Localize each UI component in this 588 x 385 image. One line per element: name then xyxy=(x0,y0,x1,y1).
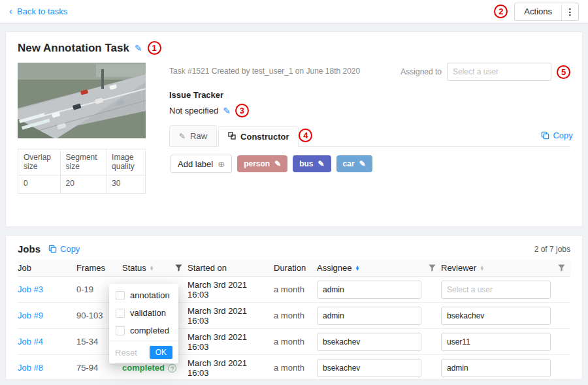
assignee-input[interactable] xyxy=(317,307,421,325)
assignee-input[interactable] xyxy=(317,333,421,351)
reviewer-input[interactable] xyxy=(441,281,551,299)
filter-option-label: annotation xyxy=(130,290,170,300)
sort-icon: ▲▼ xyxy=(480,266,484,271)
jobs-header: Jobs Copy 2 of 7 jobs xyxy=(18,243,570,254)
job-link[interactable]: Job #3 xyxy=(18,285,43,294)
filter-reset-button[interactable]: Reset xyxy=(115,348,137,358)
column-assignee: Assignee ▲▼ xyxy=(317,260,441,277)
label-chip-person[interactable]: person ✎ xyxy=(237,155,287,172)
column-status-label: Status xyxy=(122,263,146,273)
task-title-row: New Annotation Task ✎ 1 xyxy=(18,41,570,55)
constructor-tab-content: Add label ⊕ person ✎ bus ✎ car ✎ xyxy=(169,147,570,215)
param-value-quality: 30 xyxy=(106,176,146,194)
started-cell: March 3rd 2021 16:03 xyxy=(188,355,274,381)
edit-label-car-icon[interactable]: ✎ xyxy=(359,159,366,168)
duration-cell: a month xyxy=(274,303,317,329)
job-link[interactable]: Job #8 xyxy=(18,363,43,373)
copy-labels-label: Copy xyxy=(553,131,572,140)
filter-ok-button[interactable]: OK xyxy=(150,346,172,359)
copy-icon xyxy=(48,245,57,253)
job-row-3: Job #4 15-34 March 3rd 2021 16:03 a mont… xyxy=(18,329,570,355)
reviewer-input[interactable] xyxy=(441,307,551,325)
task-meta-row: Task #1521 Created by test_user_1 on Jun… xyxy=(169,63,570,81)
assignee-input[interactable] xyxy=(317,281,421,299)
reviewer-sort-control[interactable]: Reviewer ▲▼ xyxy=(441,263,484,273)
status-filter-icon[interactable] xyxy=(175,264,182,271)
column-reviewer: Reviewer ▲▼ xyxy=(441,260,570,277)
jobs-table-header-row: Job Frames Status ▲▼ Started on Duration xyxy=(18,260,570,277)
more-actions-button[interactable]: ⋮ xyxy=(561,3,578,20)
edit-title-icon[interactable]: ✎ xyxy=(135,43,142,54)
jobs-title: Jobs xyxy=(18,243,41,254)
duration-cell: a month xyxy=(274,329,317,355)
label-name-bus: bus xyxy=(299,159,313,168)
param-header-overlap: Overlap size xyxy=(18,149,61,176)
add-label-button[interactable]: Add label ⊕ xyxy=(171,155,232,173)
annotation-circle-5: 5 xyxy=(557,65,570,79)
assigned-to-group: Assigned to 5 xyxy=(400,63,570,81)
job-link[interactable]: Job #4 xyxy=(18,337,43,346)
annotation-circle-3: 3 xyxy=(235,104,249,117)
assignee-filter-icon[interactable] xyxy=(429,264,436,271)
assignee-input[interactable] xyxy=(317,359,421,377)
param-header-segment: Segment size xyxy=(60,149,106,176)
label-chip-car[interactable]: car ✎ xyxy=(336,155,372,172)
constructor-icon xyxy=(228,132,236,142)
filter-option-annotation[interactable]: annotation xyxy=(109,286,178,304)
assignee-sort-control[interactable]: Assignee ▲▼ xyxy=(317,263,359,273)
label-chip-bus[interactable]: bus ✎ xyxy=(293,155,331,172)
filter-option-validation[interactable]: validation xyxy=(109,304,178,322)
back-chevron-icon: ‹ xyxy=(9,6,12,16)
pencil-icon: ✎ xyxy=(179,132,186,141)
edit-label-person-icon[interactable]: ✎ xyxy=(274,159,281,168)
job-link[interactable]: Job #9 xyxy=(18,311,43,320)
column-status: Status ▲▼ xyxy=(122,260,188,277)
tab-raw-label: Raw xyxy=(190,131,207,141)
filter-option-completed[interactable]: completed xyxy=(109,322,178,339)
reviewer-input[interactable] xyxy=(441,359,551,377)
column-assignee-label: Assignee xyxy=(317,263,351,273)
status-sort-control[interactable]: Status ▲▼ xyxy=(122,263,154,273)
column-started: Started on xyxy=(188,260,274,277)
edit-label-bus-icon[interactable]: ✎ xyxy=(318,159,325,168)
param-value-overlap: 0 xyxy=(18,176,61,194)
tab-constructor[interactable]: Constructor xyxy=(218,126,299,147)
issue-tracker-block: Issue Tracker Not specified ✎ 3 xyxy=(169,90,570,117)
topbar-right: 2 Actions ⋮ xyxy=(494,3,579,21)
duration-cell: a month xyxy=(274,277,317,303)
task-assignee-input[interactable] xyxy=(447,63,551,81)
started-cell: March 3rd 2021 16:03 xyxy=(188,303,274,329)
assigned-to-label: Assigned to xyxy=(400,67,442,76)
checkbox-completed[interactable] xyxy=(116,326,125,335)
job-row-1: Job #3 0-19 March 3rd 2021 16:03 a month xyxy=(18,277,570,303)
label-name-car: car xyxy=(343,159,355,168)
param-value-segment: 20 xyxy=(60,176,106,194)
actions-button-group: Actions ⋮ xyxy=(514,3,579,21)
task-title: New Annotation Task xyxy=(18,42,129,55)
labels-tabs: ✎ Raw Constructor xyxy=(169,125,299,146)
copy-jobs-label: Copy xyxy=(60,244,80,254)
vertical-dots-icon: ⋮ xyxy=(566,7,575,17)
task-meta: Task #1521 Created by test_user_1 on Jun… xyxy=(169,63,360,76)
filter-option-label: validation xyxy=(130,308,166,318)
issue-tracker-value: Not specified xyxy=(169,106,218,116)
labels-tabs-row: ✎ Raw Constructor 4 xyxy=(169,125,570,147)
status-filter-dropdown: annotation validation completed Reset OK xyxy=(109,284,178,363)
started-cell: March 3rd 2021 16:03 xyxy=(188,329,274,355)
copy-jobs-button[interactable]: Copy xyxy=(48,244,80,254)
issue-tracker-value-row: Not specified ✎ 3 xyxy=(169,104,570,117)
actions-button[interactable]: Actions xyxy=(515,3,561,20)
status-info-icon[interactable]: ? xyxy=(168,364,176,373)
checkbox-annotation[interactable] xyxy=(116,291,125,300)
tab-raw[interactable]: ✎ Raw xyxy=(169,125,217,146)
back-link[interactable]: ‹ Back to tasks xyxy=(9,7,67,16)
reviewer-filter-icon[interactable] xyxy=(558,264,565,271)
column-duration: Duration xyxy=(274,260,317,277)
edit-issue-tracker-icon[interactable]: ✎ xyxy=(223,106,231,116)
checkbox-validation[interactable] xyxy=(116,309,125,318)
column-frames: Frames xyxy=(76,260,122,277)
reviewer-input[interactable] xyxy=(441,333,551,351)
label-name-person: person xyxy=(244,159,270,168)
copy-labels-button[interactable]: Copy xyxy=(541,131,572,140)
top-bar: ‹ Back to tasks 2 Actions ⋮ xyxy=(0,0,588,23)
